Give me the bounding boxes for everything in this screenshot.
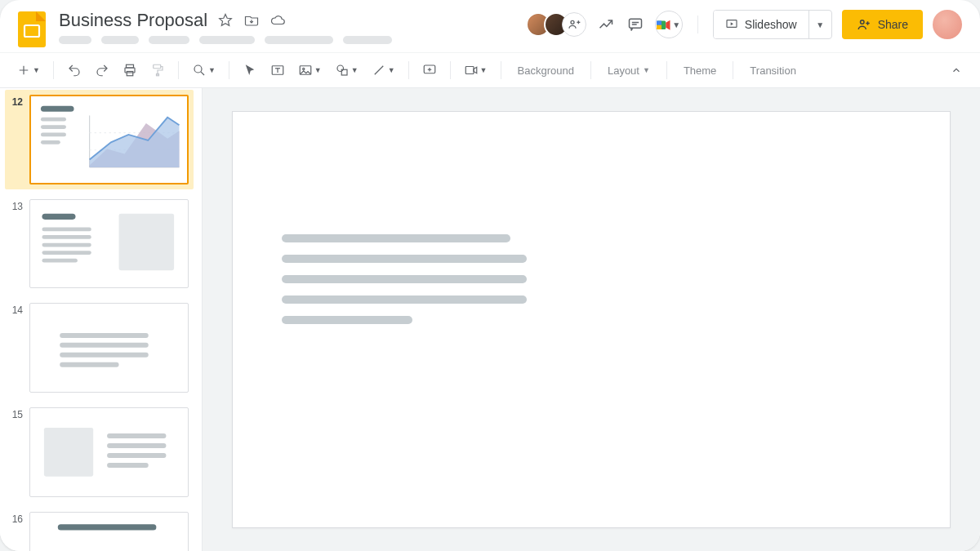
slide-number: 14 [7,303,23,316]
slideshow-label: Slideshow [745,18,797,31]
svg-rect-61 [107,463,149,468]
svg-rect-49 [42,242,91,247]
comments-icon[interactable] [626,15,645,34]
svg-rect-41 [41,140,60,144]
shape-button[interactable]: ▼ [330,58,363,82]
add-comment-button[interactable] [417,58,442,82]
line-button[interactable]: ▼ [367,58,400,82]
background-button[interactable]: Background [510,58,582,82]
workspace: 12 [0,88,980,551]
new-slide-button[interactable]: ▼ [11,58,45,82]
presence-avatars[interactable] [526,12,586,37]
svg-rect-59 [107,443,166,448]
svg-rect-50 [42,251,91,255]
slideshow-button-group: Slideshow ▼ [713,10,832,39]
slide-filmstrip[interactable]: 12 [0,88,203,551]
zoom-button[interactable]: ▼ [187,58,220,82]
placeholder-line [282,316,412,324]
svg-rect-11 [657,24,662,29]
slide-number: 13 [7,199,23,212]
slideshow-options-button[interactable]: ▼ [808,11,831,38]
undo-button[interactable] [62,58,87,82]
svg-line-32 [374,66,383,75]
svg-point-3 [571,20,574,24]
svg-rect-60 [107,453,166,458]
svg-point-13 [860,20,864,24]
slide-number: 16 [7,512,23,525]
meet-button[interactable]: ▼ [655,11,683,38]
collapse-toolbar-button[interactable] [944,58,969,82]
image-button[interactable]: ▼ [293,58,327,82]
svg-rect-37 [41,106,74,112]
svg-rect-47 [42,227,91,231]
svg-rect-54 [60,343,149,348]
svg-rect-36 [466,67,474,74]
redo-button[interactable] [90,58,114,82]
svg-rect-56 [60,362,118,367]
svg-rect-55 [60,353,149,358]
theme-button[interactable]: Theme [675,58,724,82]
slide-thumbnail[interactable]: 13 [7,199,189,289]
svg-rect-20 [127,72,133,76]
chevron-down-icon: ▼ [672,20,680,29]
slide-thumbnail[interactable]: 12 [5,90,194,189]
slideshow-button[interactable]: Slideshow [714,11,808,38]
slide-thumbnail[interactable]: 16 [7,512,189,551]
title-bar: Business Proposal [0,0,980,53]
menu-bar-placeholder [59,36,513,44]
svg-rect-53 [60,333,149,338]
slide-number: 15 [7,407,23,420]
svg-point-29 [302,68,304,69]
svg-rect-57 [44,428,93,477]
svg-rect-58 [107,433,166,438]
share-label: Share [878,18,908,31]
svg-rect-10 [657,20,662,24]
svg-point-30 [337,65,344,72]
svg-rect-46 [42,213,75,219]
svg-rect-52 [119,213,175,269]
select-tool-button[interactable] [238,58,262,82]
print-button[interactable] [118,58,142,82]
version-history-icon[interactable] [596,15,616,34]
star-icon[interactable] [217,12,234,29]
svg-rect-6 [629,19,641,28]
svg-rect-48 [42,235,91,239]
placeholder-line [282,234,510,242]
svg-rect-38 [41,118,66,122]
svg-rect-21 [154,64,161,69]
slides-logo[interactable] [18,11,46,47]
layout-button[interactable]: Layout▼ [599,58,658,82]
transition-button[interactable]: Transition [742,58,804,82]
slide-thumbnail[interactable]: 15 [7,407,189,497]
document-title[interactable]: Business Proposal [59,10,207,31]
placeholder-line [282,255,527,263]
svg-line-24 [201,72,204,75]
presence-more-badge[interactable] [562,12,586,37]
placeholder-line [282,275,527,283]
placeholder-line [282,295,527,304]
share-button[interactable]: Share [842,10,923,39]
slide-thumbnail[interactable]: 14 [7,303,189,393]
account-avatar[interactable] [933,10,962,39]
svg-rect-62 [58,524,157,530]
video-button[interactable]: ▼ [459,58,492,82]
paint-format-button[interactable] [145,58,170,82]
slide-number: 12 [7,95,23,108]
svg-rect-39 [41,125,66,129]
svg-point-23 [194,65,202,73]
canvas-area[interactable] [203,88,980,551]
cloud-status-icon[interactable] [270,12,286,29]
slide-canvas[interactable] [232,111,951,528]
svg-rect-40 [41,133,66,137]
toolbar: ▼ ▼ ▼ ▼ ▼ ▼ Background Layout▼ Theme Tra… [0,53,980,88]
textbox-button[interactable] [265,58,290,82]
svg-rect-51 [42,258,77,262]
move-folder-icon[interactable] [243,12,260,29]
